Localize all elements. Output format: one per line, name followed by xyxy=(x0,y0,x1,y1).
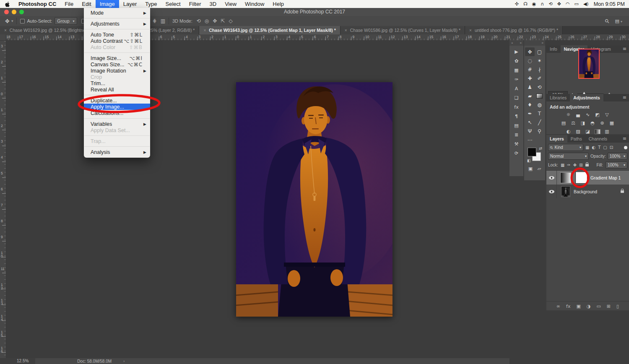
styles-panel-icon[interactable]: fx xyxy=(512,104,522,111)
Layers[interactable]: Layers xyxy=(546,135,567,143)
layer-filter-select[interactable]: ⚲ Kind ▾ xyxy=(548,144,583,151)
link-layers-icon[interactable]: ∞ xyxy=(556,304,560,309)
Apply Data Set...[interactable]: Apply Data Set... xyxy=(84,127,150,133)
swatches-panel-icon[interactable]: ✿ xyxy=(512,58,522,65)
history-brush-tool[interactable]: ⟲ xyxy=(535,83,544,91)
Window[interactable]: Window xyxy=(241,0,268,8)
layer-name[interactable]: Gradient Map 1 xyxy=(590,175,621,180)
close-tab-icon[interactable]: × xyxy=(345,28,347,33)
layer-row-gradient-map[interactable]: Gradient Map 1 xyxy=(546,171,629,185)
Crop[interactable]: Crop xyxy=(84,74,150,80)
dodge-tool[interactable]: ◍ xyxy=(535,100,544,109)
exposure-icon[interactable]: ◩ xyxy=(594,112,601,118)
creative-cloud-icon[interactable]: ◉ xyxy=(532,1,536,7)
color-lookup-icon[interactable]: ▦ xyxy=(608,120,616,126)
posterize-icon[interactable]: ▨ xyxy=(574,128,582,135)
default-colors-icon[interactable]: ◧ xyxy=(527,159,531,163)
hue-saturation-icon[interactable]: ▤ xyxy=(560,120,567,126)
quick-selection-tool[interactable]: ✶ xyxy=(535,56,544,65)
lasso-tool[interactable]: ◌ xyxy=(525,56,535,65)
line-tool[interactable]: ╱ xyxy=(535,118,544,127)
paragraph-panel-icon[interactable]: ¶ xyxy=(512,113,522,120)
ruler-left[interactable]: 32101234567891011121314151617 xyxy=(0,40,6,358)
brush-settings-panel-icon[interactable]: ✑ xyxy=(512,76,522,83)
Adjustments[interactable]: Adjustments ▶ xyxy=(84,21,150,27)
Info[interactable]: Info xyxy=(546,45,561,53)
fill-select[interactable]: 100% ▾ xyxy=(606,161,627,169)
selective-color-icon[interactable]: ▥ xyxy=(603,128,611,135)
app-menu[interactable]: Photoshop CC xyxy=(14,1,60,7)
close-dock-icon[interactable]: × xyxy=(511,41,513,45)
screen-mode-button[interactable]: ▱ xyxy=(538,166,541,172)
lock-all-icon[interactable] xyxy=(585,164,589,166)
filter-smart-objects-icon[interactable]: ⊡ xyxy=(610,145,613,150)
foreground-color-swatch[interactable] xyxy=(528,148,536,156)
new-adjustment-layer-icon[interactable]: ◑ xyxy=(587,304,591,309)
distribute-spacing-icon[interactable]: ▥ xyxy=(161,18,165,24)
Channels[interactable]: Channels xyxy=(585,135,611,143)
File[interactable]: File xyxy=(60,0,78,8)
Apply Image...[interactable]: Apply Image... xyxy=(84,104,150,110)
Variables[interactable]: Variables ▶ xyxy=(84,121,150,127)
layer-visibility-toggle[interactable] xyxy=(546,171,557,185)
volume-icon[interactable]: ◀) xyxy=(583,1,589,7)
timeline-panel-icon[interactable]: ≣ xyxy=(512,132,522,138)
layer-row-background[interactable]: Background xyxy=(546,185,629,198)
document-size-info[interactable]: Doc: 58.0M/58.0M xyxy=(35,359,112,364)
menu-bar-clock[interactable]: Mon 9:05 PM xyxy=(589,1,629,7)
layer-visibility-toggle[interactable] xyxy=(546,185,557,198)
document-tab[interactable]: × Chase W01586.jpg @ 12.5% (Curves 1, La… xyxy=(340,26,465,34)
wifi-icon[interactable]: ◠ xyxy=(566,1,570,7)
blend-mode-select[interactable]: Normal ▾ xyxy=(548,153,589,160)
Filter[interactable]: Filter xyxy=(185,0,205,8)
crop-tool[interactable]: # xyxy=(525,65,535,74)
zoom-level-field[interactable]: 12.5% xyxy=(0,358,35,364)
Type[interactable]: Type xyxy=(141,0,161,8)
Image[interactable]: Image xyxy=(96,0,119,8)
character-panel-icon[interactable]: A xyxy=(512,86,522,92)
3d-pan-icon[interactable]: ✥ xyxy=(213,18,217,24)
marquee-tool[interactable]: ▢ xyxy=(535,47,544,56)
auto-select-checkbox[interactable] xyxy=(20,19,25,23)
Trap...[interactable]: Trap... xyxy=(84,138,150,144)
close-tab-icon[interactable]: × xyxy=(4,28,7,33)
new-layer-icon[interactable]: ⊞ xyxy=(607,304,611,309)
document-tab[interactable]: × untitled shoot-776.jpg @ 16.7% (RGB/8*… xyxy=(465,26,563,34)
zoom-window-button[interactable] xyxy=(19,10,24,14)
gradient-map-icon[interactable] xyxy=(594,128,601,135)
status-chevron-icon[interactable]: › xyxy=(112,359,125,363)
curves-icon[interactable]: ∿ xyxy=(584,112,591,118)
close-tab-icon[interactable]: × xyxy=(203,28,206,33)
levels-icon[interactable]: ▄ xyxy=(574,112,582,118)
layer-effects-icon[interactable]: fx xyxy=(566,304,570,309)
layer-comps-panel-icon[interactable]: ▤ xyxy=(512,122,522,129)
eraser-tool[interactable]: ▰ xyxy=(525,91,535,100)
headphones-icon[interactable]: ∩ xyxy=(541,1,544,7)
Help[interactable]: Help xyxy=(268,0,288,8)
layer-filter-toggle[interactable] xyxy=(624,146,627,149)
navigator-proxy-view[interactable] xyxy=(578,49,600,79)
plugin-icon[interactable]: ✣ xyxy=(515,1,519,7)
filter-shape-layers-icon[interactable]: ▢ xyxy=(603,145,607,150)
panel-menu-icon[interactable]: ≡ xyxy=(620,135,629,142)
airplay-display-icon[interactable]: ▭ xyxy=(574,1,578,7)
type-tool[interactable]: T xyxy=(535,109,544,118)
brush-tool[interactable]: ✐ xyxy=(535,74,544,83)
lock-position-icon[interactable]: ✥ xyxy=(573,163,577,167)
channel-mixer-icon[interactable]: ⊛ xyxy=(599,120,606,126)
Adjustments[interactable]: Adjustments xyxy=(570,94,603,101)
move-tool[interactable]: ✥ xyxy=(525,47,535,56)
lock-transparency-icon[interactable]: ▦ xyxy=(561,163,564,167)
lock-image-icon[interactable]: ✑ xyxy=(567,163,570,167)
minimize-window-button[interactable] xyxy=(12,10,16,14)
layer-name[interactable]: Background xyxy=(574,189,597,194)
collapse-dock-icon[interactable]: « xyxy=(542,41,543,45)
Select[interactable]: Select xyxy=(161,0,185,8)
edit-toolbar-icon[interactable]: ⋯ xyxy=(525,135,535,144)
Auto Tone[interactable]: Auto Tone ⇧⌘L xyxy=(84,31,150,38)
filter-adjustment-layers-icon[interactable]: ◐ xyxy=(592,145,595,150)
Duplicate...[interactable]: Duplicate... xyxy=(84,97,150,104)
new-group-icon[interactable]: ▭ xyxy=(596,304,600,309)
Calculations...[interactable]: Calculations... xyxy=(84,110,150,116)
hand-tool[interactable]: Ψ xyxy=(525,127,535,135)
